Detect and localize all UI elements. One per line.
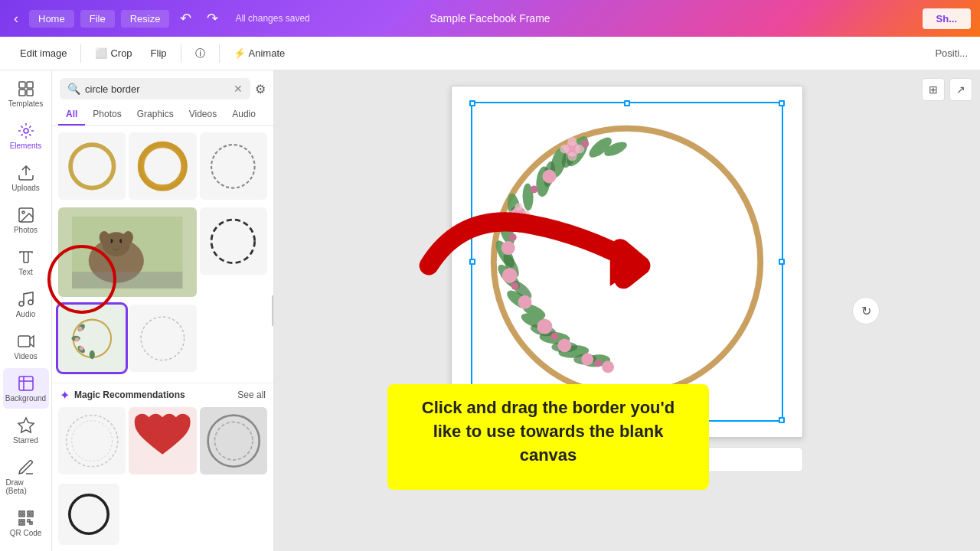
undo-button[interactable]: ↶ (175, 7, 196, 30)
panel-tabs: All Photos Graphics Videos Audio (52, 104, 273, 126)
sidebar-item-label: Draw (Beta) (6, 478, 46, 495)
tab-graphics[interactable]: Graphics (129, 104, 181, 126)
search-input-wrap[interactable]: 🔍 circle border ✕ (60, 78, 250, 99)
edit-image-button[interactable]: Edit image (12, 43, 74, 64)
magic-item[interactable] (129, 407, 196, 474)
svg-rect-1 (27, 82, 33, 88)
canvas-grid-button[interactable]: ⊞ (922, 78, 945, 101)
sidebar-item-label: QR Code (10, 529, 42, 537)
sidebar-item-audio[interactable]: Audio (3, 284, 49, 324)
flip-button[interactable]: Flip (143, 43, 175, 64)
saved-status: All changes saved (235, 13, 309, 24)
canvas-expand-button[interactable]: ↗ (949, 78, 972, 101)
nav-right: Sh... (923, 8, 971, 29)
svg-point-78 (602, 360, 614, 373)
sidebar-item-label: Uploads (11, 184, 40, 192)
sidebar-item-uploads[interactable]: Uploads (3, 158, 49, 198)
svg-point-40 (72, 420, 113, 461)
magic-item[interactable] (58, 407, 126, 474)
file-button[interactable]: File (80, 10, 115, 28)
sidebar-item-qrcode[interactable]: QR Code (3, 503, 49, 543)
svg-point-88 (531, 185, 538, 193)
edit-toolbar: Edit image ⬜ Crop Flip ⓘ ⚡ Animate Posit… (0, 37, 980, 70)
element-item-selected[interactable] (58, 305, 126, 372)
sidebar-item-label: Starred (13, 436, 38, 445)
tab-videos[interactable]: Videos (181, 104, 224, 126)
sidebar-item-label: Audio (16, 310, 36, 318)
element-item[interactable] (200, 132, 267, 200)
instruction-text: Click and drag the border you'd like to … (422, 398, 675, 465)
svg-point-7 (19, 302, 24, 306)
svg-point-79 (567, 137, 577, 146)
magic-rec-label: Magic Recommendations (74, 390, 233, 400)
svg-point-6 (22, 211, 24, 214)
svg-point-19 (141, 145, 185, 188)
svg-point-4 (24, 129, 28, 133)
svg-rect-10 (19, 377, 33, 390)
svg-point-41 (207, 415, 259, 466)
svg-rect-0 (19, 82, 25, 88)
see-all-button[interactable]: See all (237, 390, 266, 400)
canvas-area: ⊞ ↗ (274, 70, 980, 551)
main-layout: Templates Elements Uploads Photos Text A… (0, 70, 980, 551)
svg-point-92 (594, 359, 602, 367)
magic-recommendations-header: ✦ Magic Recommendations See all (52, 383, 273, 407)
element-item-photo[interactable] (58, 207, 197, 297)
svg-rect-3 (27, 90, 33, 96)
element-item[interactable] (129, 305, 196, 372)
canvas-rotate-button[interactable]: ↻ (852, 297, 880, 324)
svg-point-37 (79, 346, 83, 350)
sidebar-item-label: Text (18, 268, 32, 276)
element-item[interactable] (129, 132, 196, 200)
crop-label: Crop (110, 47, 132, 59)
svg-point-35 (78, 326, 83, 331)
tab-all[interactable]: All (58, 104, 85, 126)
element-item[interactable] (200, 207, 267, 275)
sidebar-item-draw[interactable]: Draw (Beta) (3, 452, 49, 501)
svg-point-44 (494, 129, 760, 395)
svg-rect-15 (21, 513, 23, 515)
info-icon: ⓘ (195, 47, 205, 60)
element-item[interactable] (58, 132, 126, 200)
sidebar-item-label: Videos (14, 352, 37, 360)
element-grid (52, 126, 273, 383)
top-navbar: ‹ Home File Resize ↶ ↷ All changes saved… (0, 0, 980, 37)
position-label: Positi... (935, 47, 968, 59)
sidebar-item-photos[interactable]: Photos (3, 200, 49, 240)
filter-button[interactable]: ⚙ (255, 82, 266, 96)
share-button[interactable]: Sh... (923, 8, 971, 29)
svg-point-36 (75, 337, 80, 342)
resize-button[interactable]: Resize (121, 10, 170, 28)
search-input[interactable]: circle border (85, 83, 229, 95)
svg-point-86 (508, 210, 515, 218)
animate-button[interactable]: ⚡ Animate (226, 43, 293, 64)
svg-rect-17 (21, 521, 23, 523)
home-button[interactable]: Home (29, 10, 74, 28)
svg-point-85 (515, 218, 523, 226)
svg-point-82 (560, 145, 569, 154)
info-button[interactable]: ⓘ (188, 42, 213, 65)
svg-point-89 (509, 233, 517, 241)
sidebar-item-elements[interactable]: Elements (3, 116, 49, 156)
canvas-controls: ⊞ ↗ (922, 78, 972, 101)
svg-point-43 (70, 495, 108, 533)
sidebar-item-text[interactable]: Text (3, 242, 49, 282)
svg-point-91 (550, 333, 558, 341)
tab-audio[interactable]: Audio (224, 104, 263, 126)
magic-item[interactable] (200, 407, 267, 474)
sidebar-item-background[interactable]: Background (3, 368, 49, 409)
clear-search-button[interactable]: ✕ (234, 83, 243, 95)
instruction-box: Click and drag the border you'd like to … (387, 384, 709, 490)
tab-photos[interactable]: Photos (85, 104, 129, 126)
sidebar-item-templates[interactable]: Templates (3, 73, 49, 114)
svg-point-70 (542, 170, 556, 184)
svg-point-74 (518, 295, 532, 309)
crop-button[interactable]: ⬜ Crop (87, 43, 139, 64)
redo-button[interactable]: ↷ (202, 7, 223, 30)
magic-rec-sparkle-icon: ✦ (60, 388, 70, 403)
svg-point-84 (523, 210, 531, 218)
element-item[interactable] (58, 484, 119, 545)
sidebar-item-videos[interactable]: Videos (3, 326, 49, 367)
sidebar-item-starred[interactable]: Starred (3, 410, 49, 451)
back-button[interactable]: ‹ (9, 8, 23, 30)
